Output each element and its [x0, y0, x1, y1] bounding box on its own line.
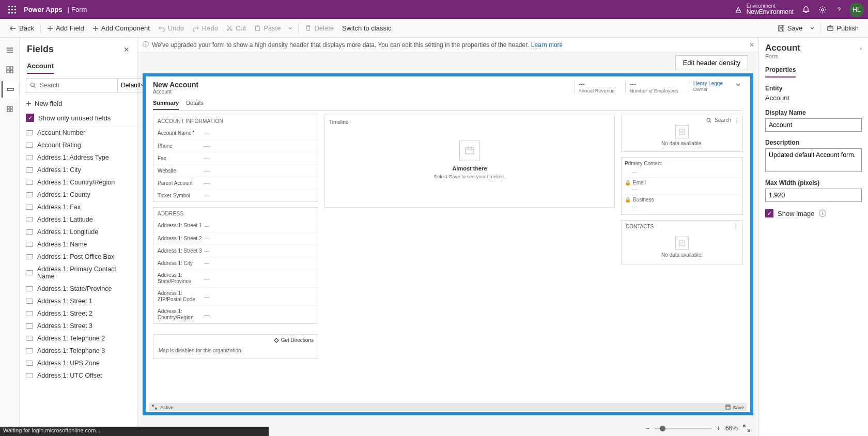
show-image-checkbox[interactable]: ✓ Show image i: [765, 209, 862, 217]
field-item[interactable]: Account Rating: [20, 139, 137, 151]
field-type-icon: [26, 336, 33, 341]
timeline-section[interactable]: Timeline Almost there Select Save to see…: [324, 115, 615, 208]
form-field-row[interactable]: Address 1: Country/Region---: [153, 305, 318, 323]
form-field-row[interactable]: Parent Account---: [153, 177, 318, 189]
section-account-information[interactable]: ACCOUNT INFORMATION Account Name*---Phon…: [153, 115, 318, 202]
zoom-slider[interactable]: [655, 428, 711, 429]
settings-icon[interactable]: [814, 2, 831, 18]
form-field-row[interactable]: Address 1: Street 1---: [153, 220, 318, 232]
get-directions-button[interactable]: Get Directions: [274, 337, 314, 343]
form-field-row[interactable]: Website---: [153, 164, 318, 177]
display-name-label: Display Name: [765, 109, 862, 116]
publish-button[interactable]: Publish: [823, 22, 863, 34]
form-field-row[interactable]: Address 1: Street 3---: [153, 244, 318, 257]
fields-search-input[interactable]: [40, 82, 117, 89]
zoom-out-button[interactable]: −: [646, 425, 649, 432]
field-item[interactable]: Address 1: City: [20, 164, 137, 176]
form-field-row[interactable]: Phone---: [153, 139, 318, 152]
back-button[interactable]: Back: [5, 22, 38, 34]
assistant-section[interactable]: Search ⋮ No data available.: [621, 115, 743, 152]
form-field-row[interactable]: Fax---: [153, 152, 318, 164]
help-icon[interactable]: [831, 2, 847, 18]
form-field-row[interactable]: Address 1: Street 2---: [153, 232, 318, 244]
map-section[interactable]: Get Directions Map is disabled for this …: [153, 334, 318, 359]
add-component-button[interactable]: Add Component: [88, 22, 154, 34]
form-field-row[interactable]: Ticker Symbol---: [153, 189, 318, 201]
expand-icon[interactable]: [152, 404, 157, 410]
field-item[interactable]: Address 1: Telephone 2: [20, 332, 137, 345]
rail-tree-icon[interactable]: [2, 101, 18, 117]
canvas-area: ⓘ We've upgraded your form to show a hig…: [137, 38, 758, 436]
form-canvas[interactable]: New Account Account --- Annual Revenue -…: [143, 73, 753, 415]
field-item[interactable]: Address 1: Latitude: [20, 213, 137, 226]
field-item[interactable]: Address 1: UTC Offset: [20, 369, 137, 382]
form-field-row[interactable]: Account Name*---: [153, 127, 318, 139]
user-avatar[interactable]: HL: [849, 3, 864, 17]
footer-save-icon[interactable]: [725, 404, 731, 410]
rail-hamburger-icon[interactable]: [2, 42, 18, 58]
zoom-in-button[interactable]: +: [717, 425, 720, 432]
field-item[interactable]: Address 1: Street 2: [20, 307, 137, 320]
field-item[interactable]: Address 1: Primary Contact Name: [20, 263, 137, 283]
section-address[interactable]: ADDRESS Address 1: Street 1---Address 1:…: [153, 207, 318, 324]
form-field-row[interactable]: Address 1: State/Province---: [153, 269, 318, 287]
paste-menu-chevron[interactable]: [285, 24, 296, 33]
save-button[interactable]: Save: [773, 22, 807, 34]
show-unused-checkbox[interactable]: ✓ Show only unused fields: [20, 112, 137, 126]
search-icon[interactable]: [706, 118, 711, 123]
contacts-section[interactable]: CONTACTS⋮ No data available.: [621, 220, 743, 264]
add-field-button[interactable]: Add Field: [43, 22, 88, 34]
rail-fields-icon[interactable]: [2, 81, 18, 98]
learn-more-link[interactable]: Learn more: [531, 41, 563, 49]
properties-tab[interactable]: Properties: [765, 65, 796, 77]
field-item[interactable]: Address 1: Street 3: [20, 320, 137, 332]
save-menu-chevron[interactable]: [807, 24, 818, 33]
more-icon[interactable]: ⋮: [734, 117, 739, 123]
form-field-row[interactable]: Address 1: ZIP/Postal Code---: [153, 287, 318, 305]
field-item[interactable]: Address 1: Post Office Box: [20, 251, 137, 263]
no-data-icon: [675, 237, 689, 250]
field-item[interactable]: Account Number: [20, 127, 137, 139]
field-item[interactable]: Address 1: Name: [20, 238, 137, 251]
more-icon[interactable]: ⋮: [733, 224, 738, 229]
paste-button[interactable]: Paste: [250, 22, 285, 34]
field-item[interactable]: Address 1: State/Province: [20, 283, 137, 295]
delete-button[interactable]: Delete: [301, 22, 338, 34]
switch-classic-button[interactable]: Switch to classic: [338, 22, 395, 34]
field-item[interactable]: Address 1: Street 1: [20, 295, 137, 307]
field-item[interactable]: Address 1: Country/Region: [20, 176, 137, 189]
tab-summary[interactable]: Summary: [153, 98, 179, 110]
cut-button[interactable]: Cut: [222, 22, 250, 34]
waffle-icon[interactable]: [4, 2, 21, 18]
fields-panel: Fields ✕ Account Default New field ✓ Sho…: [20, 38, 137, 436]
info-icon[interactable]: i: [819, 210, 826, 217]
chevron-right-icon[interactable]: ›: [860, 44, 862, 52]
max-width-input[interactable]: [765, 189, 862, 202]
primary-contact-section[interactable]: Primary Contact --- 🔒Email --- 🔒Business…: [621, 157, 743, 215]
header-chevron-icon[interactable]: [733, 81, 743, 88]
rail-components-icon[interactable]: [2, 61, 18, 78]
redo-button[interactable]: Redo: [188, 22, 222, 34]
fields-tab-account[interactable]: Account: [27, 60, 54, 74]
entity-label: Entity: [765, 85, 862, 92]
new-field-button[interactable]: New field: [20, 96, 137, 112]
fit-to-screen-icon[interactable]: [743, 425, 750, 432]
field-item[interactable]: Address 1: County: [20, 189, 137, 201]
undo-button[interactable]: Undo: [154, 22, 188, 34]
close-info-icon[interactable]: ✕: [749, 41, 754, 49]
field-item[interactable]: Address 1: Fax: [20, 201, 137, 213]
edit-header-density-button[interactable]: Edit header density: [675, 55, 748, 70]
environment-picker[interactable]: Environment NewEnvironment: [734, 3, 794, 15]
display-name-input[interactable]: [765, 118, 862, 132]
env-name: NewEnvironment: [747, 9, 794, 15]
field-item[interactable]: Address 1: Longitude: [20, 226, 137, 238]
field-item[interactable]: Address 1: Telephone 3: [20, 345, 137, 357]
svg-rect-5: [14, 9, 16, 10]
field-item[interactable]: Address 1: Address Type: [20, 151, 137, 164]
description-input[interactable]: [765, 148, 862, 172]
close-icon[interactable]: ✕: [123, 45, 130, 54]
field-item[interactable]: Address 1: UPS Zone: [20, 357, 137, 369]
tab-details[interactable]: Details: [186, 98, 204, 110]
notifications-icon[interactable]: [798, 2, 814, 18]
form-field-row[interactable]: Address 1: City---: [153, 257, 318, 269]
